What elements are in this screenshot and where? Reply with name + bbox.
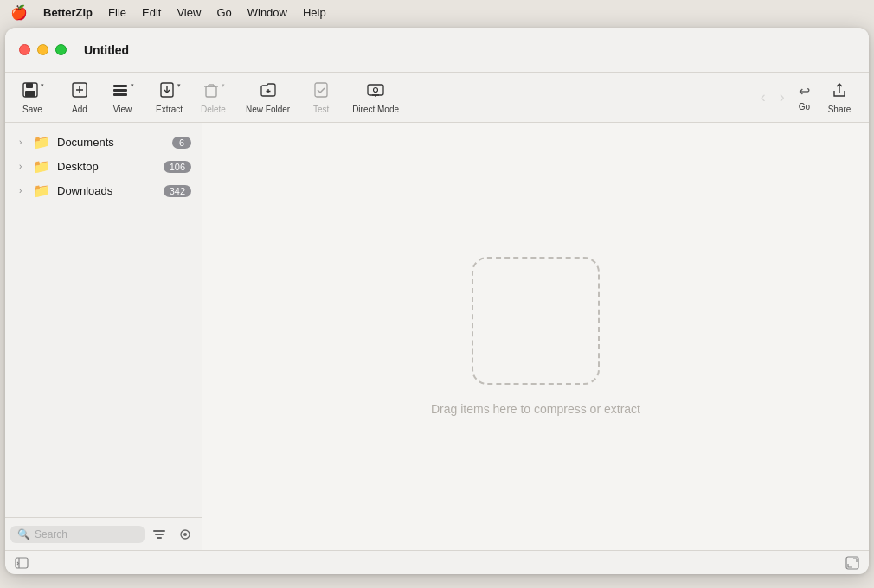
delete-icon [202,80,221,102]
search-input[interactable] [35,528,138,540]
sidebar-item-downloads[interactable]: › 📁 Downloads 342 [9,179,198,202]
sidebar-bottom: 🔍 [5,517,202,550]
chevron-desktop-icon: › [19,162,29,171]
sidebar-item-documents[interactable]: › 📁 Documents 6 [9,131,198,154]
folder-desktop-icon: 📁 [33,158,50,175]
svg-rect-25 [155,534,164,535]
svg-rect-8 [113,93,127,96]
svg-rect-18 [315,83,327,97]
window-bottom-bar [5,550,869,574]
window-title: Untitled [84,43,129,57]
svg-rect-26 [157,537,162,539]
direct-mode-icon [366,80,385,102]
chevron-downloads-icon: › [19,186,29,195]
add-icon [70,80,89,102]
svg-rect-24 [153,530,165,532]
sidebar-preview-button[interactable] [174,523,196,546]
svg-rect-2 [25,91,35,97]
save-label: Save [22,105,42,114]
nav-group: ‹ › ↩ Go [754,80,817,115]
drop-hint: Drag items here to compress or extract [431,402,640,416]
new-folder-button[interactable]: New Folder [237,77,299,118]
delete-button[interactable]: ▾ Delete [192,77,237,118]
back-button[interactable]: ‹ [754,85,773,110]
view-icon [111,80,130,102]
traffic-lights [19,44,67,55]
menubar: 🍎 BetterZip File Edit View Go Window Hel… [0,0,874,24]
view-label: View [113,105,132,114]
sidebar-desktop-label: Desktop [57,160,160,173]
svg-rect-19 [368,85,383,95]
toolbar: ▾ Save Add [5,73,869,123]
forward-button[interactable]: › [773,85,792,110]
menu-file[interactable]: File [108,6,126,19]
menu-help[interactable]: Help [303,6,326,19]
sidebar: › 📁 Documents 6 › 📁 Desktop 106 › 📁 Down… [5,123,202,550]
extract-button[interactable]: ▾ Extract [147,77,192,118]
svg-rect-1 [26,83,33,88]
test-label: Test [313,105,329,114]
direct-mode-label: Direct Mode [352,105,399,114]
close-button[interactable] [19,44,30,55]
sidebar-item-desktop[interactable]: › 📁 Desktop 106 [9,155,198,178]
titlebar: Untitled [5,28,869,73]
chevron-documents-icon: › [19,137,29,147]
main-content: › 📁 Documents 6 › 📁 Desktop 106 › 📁 Down… [5,123,869,550]
new-folder-label: New Folder [246,105,290,114]
share-label: Share [828,105,852,114]
minimize-button[interactable] [37,44,48,55]
apple-menu[interactable]: 🍎 [10,4,28,21]
folder-downloads-icon: 📁 [33,182,50,199]
svg-point-28 [183,533,187,536]
menu-view[interactable]: View [177,6,201,19]
menu-window[interactable]: Window [247,6,287,19]
menu-go[interactable]: Go [216,6,231,19]
svg-point-22 [374,88,378,93]
extract-label: Extract [156,105,183,114]
add-button[interactable]: Add [57,77,102,118]
view-button[interactable]: ▾ View [102,77,147,118]
test-button[interactable]: Test [299,77,344,118]
sidebar-filter-button[interactable] [148,523,170,546]
add-label: Add [72,105,87,114]
menu-edit[interactable]: Edit [142,6,161,19]
expand-button[interactable] [843,553,862,572]
search-box[interactable]: 🔍 [10,526,145,543]
svg-rect-29 [16,558,28,568]
search-icon: 🔍 [17,528,30,540]
share-button[interactable]: Share [817,77,862,118]
new-folder-icon [259,80,278,102]
drop-box [472,257,600,385]
share-icon [830,80,849,102]
direct-mode-button[interactable]: Direct Mode [344,77,408,118]
sidebar-desktop-badge: 106 [164,161,191,173]
svg-rect-6 [113,85,127,87]
save-button[interactable]: ▾ Save [12,77,57,118]
svg-rect-11 [206,86,216,97]
sidebar-items: › 📁 Documents 6 › 📁 Desktop 106 › 📁 Down… [5,123,202,517]
test-icon [312,80,331,102]
app-window: Untitled ▾ Save [5,28,869,574]
drop-area[interactable]: Drag items here to compress or extract [202,123,869,550]
sidebar-documents-label: Documents [57,136,169,149]
save-icon [21,80,40,102]
delete-label: Delete [201,105,226,114]
folder-documents-icon: 📁 [33,134,50,150]
sidebar-downloads-label: Downloads [57,184,160,197]
extract-icon [157,80,177,102]
go-button[interactable]: ↩ Go [792,80,817,115]
sidebar-documents-badge: 6 [172,137,191,149]
sidebar-toggle-button[interactable] [12,553,31,572]
menu-betterzip[interactable]: BetterZip [43,6,93,19]
sidebar-downloads-badge: 342 [164,185,191,197]
maximize-button[interactable] [55,44,67,55]
svg-rect-7 [113,89,127,92]
